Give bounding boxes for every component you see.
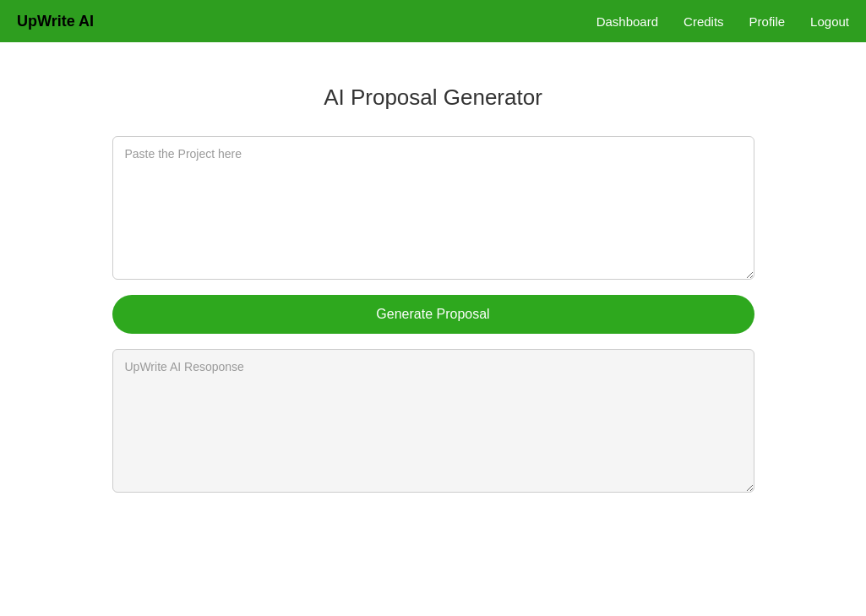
- page-title: AI Proposal Generator: [324, 84, 542, 111]
- generate-button[interactable]: Generate Proposal: [112, 295, 754, 334]
- nav-credits[interactable]: Credits: [684, 14, 724, 29]
- navbar: UpWrite AI Dashboard Credits Profile Log…: [0, 0, 866, 42]
- project-input[interactable]: [112, 136, 754, 280]
- nav-links: Dashboard Credits Profile Logout: [596, 14, 849, 29]
- brand-logo: UpWrite AI: [17, 13, 94, 30]
- nav-logout[interactable]: Logout: [810, 14, 849, 29]
- nav-dashboard[interactable]: Dashboard: [596, 14, 658, 29]
- response-output[interactable]: [112, 349, 754, 493]
- nav-profile[interactable]: Profile: [749, 14, 786, 29]
- main-content: AI Proposal Generator Generate Proposal: [0, 42, 866, 526]
